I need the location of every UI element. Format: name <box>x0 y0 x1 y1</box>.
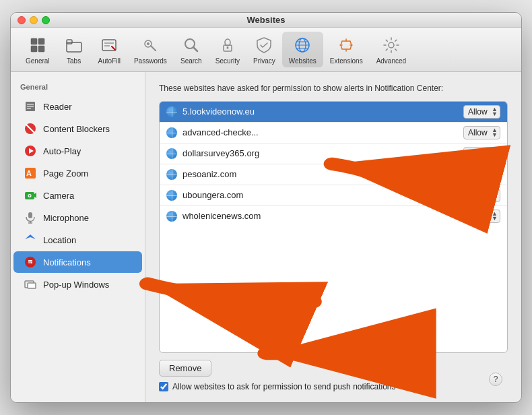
toolbar-item-extensions[interactable]: Extensions <box>323 32 370 67</box>
svg-point-36 <box>29 195 30 196</box>
sidebar-item-auto-play[interactable]: Auto-Play <box>13 140 142 162</box>
toolbar-item-privacy[interactable]: Privacy <box>246 32 282 67</box>
sidebar-item-camera[interactable]: Camera <box>13 185 142 206</box>
toolbar-label-advanced: Advanced <box>376 57 406 65</box>
reader-icon <box>23 99 38 114</box>
toolbar-item-tabs[interactable]: Tabs <box>57 32 92 67</box>
allow-select-1[interactable]: Allow Deny <box>463 126 500 139</box>
website-row-5[interactable]: wholenicenews.com Allow Deny ▲▼ <box>160 206 507 226</box>
website-globe-2 <box>166 148 177 159</box>
allow-select-wrapper-1: Allow Deny ▲▼ <box>463 126 500 139</box>
main-description: These websites have asked for permission… <box>159 83 508 94</box>
bottom-controls: Remove Allow websites to ask for permiss… <box>159 360 508 391</box>
svg-line-13 <box>193 47 197 51</box>
svg-point-11 <box>147 42 149 45</box>
sidebar-item-content-blockers[interactable]: Content Blockers <box>13 118 142 139</box>
window-inner: General Reader <box>11 72 521 402</box>
search-icon <box>180 34 202 56</box>
svg-rect-0 <box>31 38 37 44</box>
window-title: Websites <box>247 15 286 25</box>
website-row-0[interactable]: 5.lookvideonow.eu Allow Deny ▲▼ <box>160 102 507 123</box>
toolbar-item-search[interactable]: Search <box>174 32 209 67</box>
toolbar: General Tabs AutoFill <box>11 28 521 72</box>
location-icon <box>23 232 38 247</box>
website-name-0: 5.lookvideonow.eu <box>182 106 458 117</box>
main-panel: These websites have asked for permission… <box>145 72 521 402</box>
sidebar-item-reader[interactable]: Reader <box>13 96 142 117</box>
push-notifications-label: Allow websites to ask for permission to … <box>172 382 396 391</box>
svg-point-22 <box>389 42 394 48</box>
sidebar-item-location[interactable]: Location <box>13 229 142 251</box>
website-row-2[interactable]: dollarsurvey365.org Allow Deny ▲▼ <box>160 143 507 164</box>
svg-rect-37 <box>28 212 32 218</box>
sidebar-item-microphone[interactable]: Microphone <box>13 207 142 228</box>
toolbar-item-security[interactable]: Security <box>209 32 246 67</box>
general-icon <box>27 34 48 56</box>
help-button[interactable]: ? <box>489 373 502 386</box>
close-button[interactable] <box>18 16 26 24</box>
content-blockers-icon <box>23 121 38 136</box>
maximize-button[interactable] <box>42 16 50 24</box>
website-row-3[interactable]: pesoaniz.com Allow Deny ▲▼ <box>160 164 507 185</box>
svg-rect-3 <box>38 46 44 52</box>
website-name-2: dollarsurvey365.org <box>182 148 458 158</box>
website-name-5: wholenicenews.com <box>182 211 458 221</box>
titlebar: Websites <box>11 13 521 28</box>
svg-rect-2 <box>31 46 37 52</box>
website-globe-3 <box>166 169 177 180</box>
window: Websites General Tabs <box>10 12 522 403</box>
sidebar-item-content-blockers-label: Content Blockers <box>43 124 110 134</box>
security-icon <box>217 34 238 56</box>
sidebar-item-page-zoom[interactable]: A Page Zoom <box>13 162 142 184</box>
remove-button[interactable]: Remove <box>159 360 211 377</box>
sidebar: General Reader <box>11 72 145 402</box>
microphone-icon <box>23 210 38 225</box>
allow-select-3[interactable]: Allow Deny <box>463 168 500 181</box>
toolbar-label-passwords: Passwords <box>134 57 167 65</box>
svg-line-10 <box>151 46 156 51</box>
content: General Reader <box>11 72 521 402</box>
toolbar-label-privacy: Privacy <box>253 57 275 65</box>
sidebar-item-reader-label: Reader <box>43 102 72 112</box>
toolbar-item-general[interactable]: General <box>19 32 57 67</box>
allow-select-0[interactable]: Allow Deny <box>463 105 500 119</box>
website-list: 5.lookvideonow.eu Allow Deny ▲▼ <box>159 101 508 353</box>
allow-select-wrapper-5: Allow Deny ▲▼ <box>463 210 500 223</box>
websites-icon <box>292 34 313 56</box>
sidebar-item-notifications[interactable]: Notifications <box>13 251 142 273</box>
sidebar-item-popup-windows[interactable]: Pop-up Windows <box>13 274 142 295</box>
website-row-4[interactable]: uboungera.com Allow Deny ▲▼ <box>160 185 507 206</box>
allow-select-4[interactable]: Allow Deny <box>463 189 500 202</box>
push-notifications-checkbox[interactable] <box>159 382 168 391</box>
toolbar-item-websites[interactable]: Websites <box>282 32 323 67</box>
toolbar-item-advanced[interactable]: Advanced <box>370 32 413 67</box>
svg-text:A: A <box>26 169 32 177</box>
privacy-icon <box>253 34 275 56</box>
auto-play-icon <box>23 143 38 158</box>
website-row-1[interactable]: advanced-checke... Allow Deny ▲▼ <box>160 123 507 143</box>
popup-windows-icon <box>23 277 38 292</box>
traffic-lights <box>18 16 50 24</box>
svg-rect-1 <box>38 38 44 44</box>
allow-select-5[interactable]: Allow Deny <box>463 210 500 223</box>
camera-icon <box>23 188 38 203</box>
website-globe-4 <box>166 190 177 201</box>
website-name-4: uboungera.com <box>182 190 458 200</box>
allow-select-2[interactable]: Allow Deny <box>463 147 500 160</box>
toolbar-label-security: Security <box>215 57 240 65</box>
checkbox-row: Allow websites to ask for permission to … <box>159 382 508 391</box>
toolbar-label-search: Search <box>180 57 202 65</box>
toolbar-label-general: General <box>26 57 50 65</box>
extensions-icon <box>335 34 357 56</box>
minimize-button[interactable] <box>30 16 38 24</box>
website-globe-0 <box>166 106 177 117</box>
toolbar-label-tabs: Tabs <box>67 57 81 65</box>
toolbar-label-websites: Websites <box>289 57 317 65</box>
toolbar-item-passwords[interactable]: Passwords <box>127 32 174 67</box>
sidebar-item-microphone-label: Microphone <box>43 213 89 223</box>
toolbar-label-autofill: AutoFill <box>98 57 121 65</box>
website-name-1: advanced-checke... <box>182 127 458 137</box>
advanced-icon <box>380 34 402 56</box>
toolbar-item-autofill[interactable]: AutoFill <box>92 32 127 67</box>
tabs-icon <box>63 34 85 56</box>
